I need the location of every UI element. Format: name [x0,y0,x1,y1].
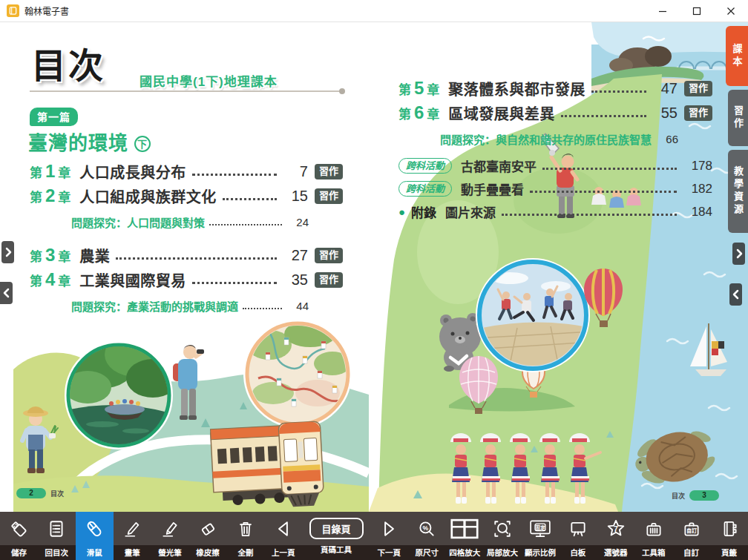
tool-previous-page[interactable]: 上一頁 [264,512,302,560]
tool-label: 原尺寸 [408,545,446,560]
chapter-number: 第4章 [30,271,70,289]
tool-label: 畫筆 [114,545,151,560]
tool-whiteboard[interactable]: 白板 [559,512,597,560]
svg-text:自訂: 自訂 [686,527,697,533]
workbook-badge[interactable]: 習作 [684,105,712,120]
dot-leader [561,115,646,117]
chapter-title: 農業 [79,245,110,266]
toc-entry-ch4[interactable]: 第4章 工業與國際貿易 35 習作 [30,268,343,292]
toc-entry-activity[interactable]: 跨科活動 古都臺南安平 178 [398,154,712,177]
chevron-left-icon [2,287,11,299]
left-page-footer: 2 目次 [16,488,64,498]
tool-eraser[interactable]: 橡皮擦 [189,512,227,560]
toc-entry-appendix[interactable]: ● 附錄 圖片來源 184 [398,200,712,223]
page-number: 35 [283,271,308,289]
dot-leader [192,174,277,176]
right-footer-label: 目次 [672,491,685,501]
four-grid-zoom-icon [450,512,479,545]
chevron-right-icon [4,246,13,258]
workbook-badge[interactable]: 習作 [315,248,343,263]
display-scale-icon: 固定 [529,512,551,545]
svg-text:固定: 固定 [535,524,545,530]
svg-text:%: % [423,524,429,531]
page-tab-icon [720,512,739,545]
page-number: 55 [652,105,678,122]
toc-entry-inquiry[interactable]: 問題探究：產業活動的挑戰與調適 44 [30,294,343,317]
right-panel-expand-button[interactable] [732,243,745,265]
workbook-badge[interactable]: 習作 [684,81,712,96]
left-panel-collapse-button[interactable] [0,282,13,304]
page-number: 7 [283,163,308,180]
toc-entry-ch5[interactable]: 第5章 聚落體系與都市發展 47 習作 [398,76,712,101]
ebook-app-window: 翰林電子書 [0,0,748,560]
maximize-button[interactable] [680,0,714,22]
dot-leader [502,214,677,216]
tool-display-scale[interactable]: 固定 顯示比例 [522,512,560,560]
dot-leader [542,168,677,170]
window-titlebar: 翰林電子書 [0,0,748,22]
tool-area-zoom[interactable]: 局部放大 [484,512,522,560]
appendix-label: 附錄 [411,202,436,221]
tool-delete-all[interactable]: 全刪 [226,512,264,560]
dot-leader [116,257,277,260]
page-number: 178 [683,159,712,174]
tool-label: 回目次 [38,545,76,560]
dot-leader [192,282,277,284]
tool-original-size[interactable]: % 原尺寸 [408,512,446,560]
toc-entry-ch1[interactable]: 第1章 人口成長與分布 7 習作 [30,159,343,184]
toc-page-button[interactable]: 目錄頁 [309,518,364,539]
tool-number-picker[interactable]: 7 選號器 [597,512,634,560]
toc-entry-ch2[interactable]: 第2章 人口組成與族群文化 15 習作 [30,184,343,208]
right-panel-collapse-button[interactable] [729,283,742,306]
chapter-number: 第1章 [30,162,70,181]
chapter-title: 區域發展與差異 [448,102,555,124]
tool-label: 局部放大 [484,545,522,560]
tool-page-tabs[interactable]: 頁籤 [710,512,748,560]
page-number: 27 [283,247,308,264]
tool-toolbox[interactable]: 工具箱 [634,512,672,560]
prev-page-icon [274,512,293,545]
tool-label: 工具箱 [634,545,672,560]
page-number: 15 [283,188,308,205]
minimize-button[interactable] [646,0,680,22]
bottom-toolbar: 儲存 回目次 滑鼠 畫筆 螢光筆 [0,512,748,560]
activity-title: 古都臺南安平 [461,157,537,175]
tab-workbook[interactable]: 習作 [728,90,748,146]
tool-four-grid-zoom[interactable]: 四格放大 [446,512,484,560]
page-number: 184 [683,205,712,220]
toc-entry-inquiry[interactable]: 問題探究：人口問題與對策 24 [30,211,343,233]
highlighter-icon [160,512,180,545]
page-number: 24 [286,216,309,228]
tool-pen[interactable]: 畫筆 [114,512,151,560]
toc-entry-inquiry[interactable]: 問題探究：與自然和諧共存的原住民族智慧 66 [398,128,712,150]
tool-label: 顯示比例 [522,545,560,560]
workbook-badge[interactable]: 習作 [315,188,343,203]
next-page-icon [379,512,398,545]
tool-custom[interactable]: 自訂 自訂 [672,512,710,560]
app-logo-icon [7,4,19,17]
toc-entry-activity[interactable]: 跨科活動 動手疊疊看 182 [398,177,712,200]
workbook-badge[interactable]: 習作 [315,164,343,179]
chapter-number: 第3章 [30,246,70,265]
tool-back-to-toc[interactable]: 回目次 [38,512,76,560]
right-page-footer: 目次 3 [672,490,719,501]
toc-entry-ch3[interactable]: 第3章 農業 27 習作 [30,243,343,268]
toc-entry-ch6[interactable]: 第6章 區域發展與差異 55 習作 [398,101,712,125]
tool-label: 頁籤 [710,545,748,560]
left-panel-expand-button[interactable] [1,241,14,263]
tool-mouse[interactable]: 滑鼠 [76,512,114,560]
tool-page-number[interactable]: 目錄頁 頁碼工具 [302,512,370,560]
book-subtitle: 國民中學(1下)地理課本 [140,71,278,90]
header-divider [30,90,343,92]
tool-label: 自訂 [672,545,710,560]
page-number: 66 [660,133,678,145]
tool-next-page[interactable]: 下一頁 [370,512,408,560]
tab-teaching-resources[interactable]: 教學資源 [728,150,748,233]
close-button[interactable] [714,0,748,22]
workbook-badge[interactable]: 習作 [315,272,343,287]
tab-textbook[interactable]: 課本 [726,26,748,86]
train-illustration [210,421,324,511]
tool-label: 頁碼工具 [302,542,370,557]
tool-save[interactable]: 儲存 [0,512,38,560]
tool-highlighter[interactable]: 螢光筆 [151,512,189,560]
